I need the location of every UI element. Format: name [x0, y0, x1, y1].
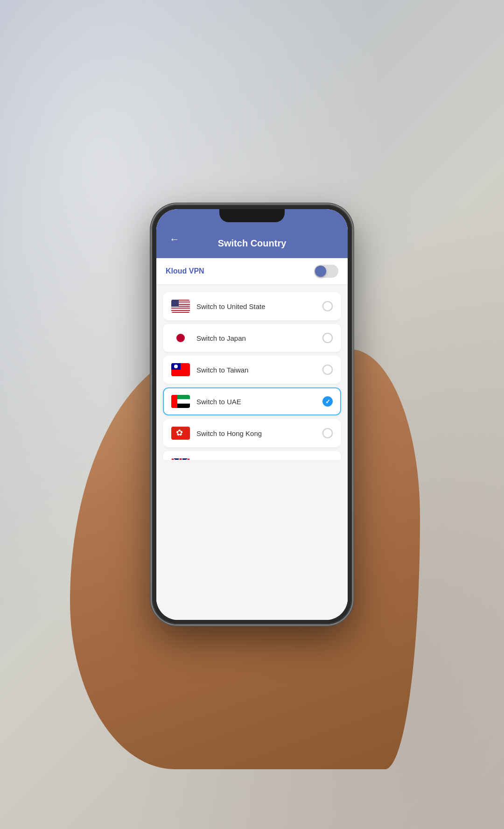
country-name-us: Switch to United State: [196, 302, 316, 310]
hk-flower: ✿: [176, 429, 185, 438]
vpn-row: Kloud VPN: [156, 258, 348, 285]
flag-tw: [171, 363, 190, 376]
country-name-hk: Switch to Hong Kong: [196, 429, 316, 437]
flag-hk: ✿: [171, 427, 190, 440]
svg-rect-4: [171, 395, 177, 408]
radio-jp: [322, 333, 333, 343]
flag-jp: [171, 331, 190, 344]
country-name-tw: Switch to Taiwan: [196, 366, 316, 374]
radio-uae: [322, 396, 333, 407]
country-item-jp[interactable]: Switch to Japan: [163, 324, 341, 352]
vpn-toggle[interactable]: [314, 265, 338, 278]
toggle-knob: [315, 266, 326, 277]
vpn-label: Kloud VPN: [166, 267, 204, 275]
phone-frame: ← Switch Country Kloud VPN Switch to Uni…: [152, 204, 352, 625]
radio-us: [322, 301, 333, 311]
phone-wrapper: ← Switch Country Kloud VPN Switch to Uni…: [107, 88, 397, 741]
uk-flag-svg: [171, 458, 190, 460]
country-item-tw[interactable]: Switch to Taiwan: [163, 356, 341, 384]
radio-tw: [322, 365, 333, 375]
country-item-us[interactable]: Switch to United State: [163, 292, 341, 320]
notch: [219, 209, 285, 222]
uae-flag-svg: [171, 395, 190, 408]
phone-screen: ← Switch Country Kloud VPN Switch to Uni…: [156, 209, 348, 620]
svg-rect-12: [180, 458, 182, 460]
radio-hk: [322, 428, 333, 438]
country-item-hk[interactable]: ✿ Switch to Hong Kong: [163, 419, 341, 447]
jp-circle: [176, 334, 185, 342]
country-name-jp: Switch to Japan: [196, 334, 316, 342]
flag-uk: [171, 458, 190, 460]
page-title: Switch Country: [218, 238, 287, 249]
flag-us: [171, 300, 190, 313]
flag-uae: [171, 395, 190, 408]
country-item-uae[interactable]: Switch to UAE: [163, 387, 341, 415]
bottom-space: [156, 460, 348, 620]
country-name-uae: Switch to UAE: [196, 398, 316, 406]
country-list: Switch to United State Switch to Japan: [156, 285, 348, 460]
country-item-uk[interactable]: Switch to United Kingdom: [163, 451, 341, 460]
back-button[interactable]: ←: [166, 230, 183, 249]
